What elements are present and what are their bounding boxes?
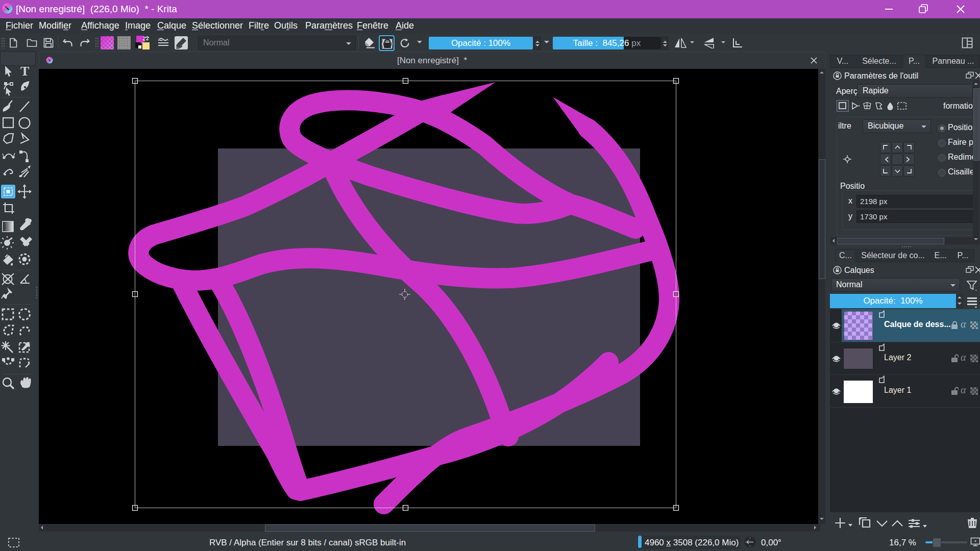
svg-text:T: T xyxy=(20,64,29,79)
